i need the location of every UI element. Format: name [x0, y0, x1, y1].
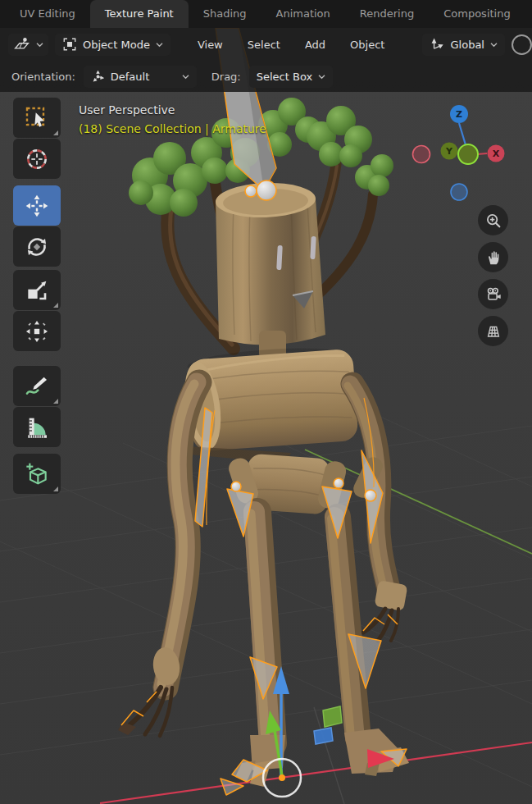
- view-mode-label: User Perspective: [79, 103, 266, 116]
- nav-axis-neg-x[interactable]: [413, 146, 430, 163]
- tool-measure[interactable]: [13, 407, 61, 447]
- orientation-dropdown[interactable]: Default: [84, 66, 197, 88]
- transform-tool-icon: [24, 318, 50, 345]
- gizmo-plane-blue[interactable]: [314, 728, 333, 744]
- magnifier-plus-icon: [484, 212, 502, 230]
- cursor-tool-icon: [24, 146, 50, 172]
- annotate-tool-icon: [24, 373, 50, 400]
- camera-icon: [484, 286, 502, 304]
- projection-toggle-button[interactable]: [478, 316, 508, 346]
- tab-rendering[interactable]: Rendering: [345, 0, 429, 28]
- tool-annotate[interactable]: [13, 366, 61, 406]
- tool-move[interactable]: [13, 185, 61, 226]
- nav-axis-z[interactable]: Z: [450, 105, 468, 123]
- head: [215, 181, 325, 359]
- tab-uv-editing[interactable]: UV Editing: [5, 0, 90, 28]
- zoom-button[interactable]: [478, 205, 508, 235]
- navigation-gizmo[interactable]: Y X Z: [408, 100, 531, 207]
- toolbar: [13, 98, 61, 495]
- viewport-header: Object Mode View Select Add Object Globa…: [0, 28, 532, 61]
- transform-orientation-dropdown[interactable]: Global: [422, 34, 505, 56]
- tab-texture-paint[interactable]: Texture Paint: [90, 0, 189, 28]
- tool-settings-bar: Orientation: Default Drag: Select Box: [0, 61, 532, 92]
- drag-dropdown[interactable]: Select Box: [249, 66, 333, 88]
- chevron-down-icon: [156, 42, 163, 48]
- tool-rotate[interactable]: [13, 226, 61, 267]
- gizmo-plane-green[interactable]: [323, 706, 342, 727]
- select-box-icon: [24, 105, 50, 131]
- mode-select-label: Object Mode: [83, 39, 150, 51]
- mode-select-dropdown[interactable]: Object Mode: [55, 34, 171, 56]
- camera-view-button[interactable]: [478, 279, 508, 309]
- move-tool-icon: [24, 193, 50, 219]
- tool-cursor[interactable]: [13, 139, 61, 179]
- drag-label: Drag:: [211, 71, 241, 83]
- menu-add[interactable]: Add: [296, 39, 334, 51]
- chevron-down-icon: [36, 42, 43, 48]
- rotate-tool-icon: [24, 234, 50, 260]
- tool-add-cube[interactable]: [13, 454, 61, 494]
- menu-view[interactable]: View: [189, 39, 232, 51]
- orientation-value: Default: [111, 71, 150, 83]
- joint-sphere[interactable]: [257, 180, 276, 200]
- measure-tool-icon: [24, 414, 50, 441]
- editor-type-button[interactable]: [8, 34, 48, 56]
- nav-axis-x[interactable]: X: [488, 145, 505, 162]
- orientation-label: Orientation:: [11, 71, 75, 83]
- grid-projection-icon: [484, 322, 502, 340]
- selection-info-label: (18) Scene Collection | Armature: [79, 122, 266, 135]
- chevron-down-icon: [182, 74, 189, 80]
- svg-text:Y: Y: [445, 146, 453, 157]
- menu-select[interactable]: Select: [239, 39, 289, 51]
- tab-animation[interactable]: Animation: [261, 0, 345, 28]
- nav-axis-neg-y[interactable]: [458, 144, 478, 164]
- nav-axis-y[interactable]: Y: [441, 143, 458, 160]
- add-cube-icon: [24, 461, 50, 487]
- object-mode-icon: [62, 37, 77, 52]
- tool-transform[interactable]: [13, 311, 61, 351]
- tab-shading[interactable]: Shading: [189, 0, 261, 28]
- editor-type-3d-viewport-icon: [13, 36, 30, 53]
- joint-sphere[interactable]: [245, 185, 257, 197]
- workspace-tab-bar: UV Editing Texture Paint Shading Animati…: [0, 0, 532, 28]
- svg-text:Z: Z: [456, 109, 462, 120]
- proportional-editing-icon[interactable]: [512, 34, 532, 55]
- svg-text:X: X: [493, 148, 500, 159]
- chevron-down-icon: [318, 74, 325, 80]
- tool-select-box[interactable]: [13, 98, 61, 138]
- pan-button[interactable]: [478, 242, 508, 272]
- drag-value: Select Box: [257, 71, 312, 83]
- nav-axis-neg-z[interactable]: [451, 184, 467, 200]
- hand-icon: [484, 249, 502, 267]
- default-orientation-icon: [91, 70, 105, 84]
- global-orientation-icon: [430, 37, 445, 53]
- viewport-overlay-text: User Perspective (18) Scene Collection |…: [79, 103, 266, 135]
- tab-compositing[interactable]: Compositing: [429, 0, 525, 28]
- transform-orientation-label: Global: [451, 39, 484, 51]
- gizmo-origin-dot: [279, 774, 285, 781]
- menu-object[interactable]: Object: [341, 39, 393, 51]
- scale-tool-icon: [24, 277, 50, 304]
- tool-scale[interactable]: [13, 270, 61, 310]
- chevron-down-icon: [490, 42, 498, 48]
